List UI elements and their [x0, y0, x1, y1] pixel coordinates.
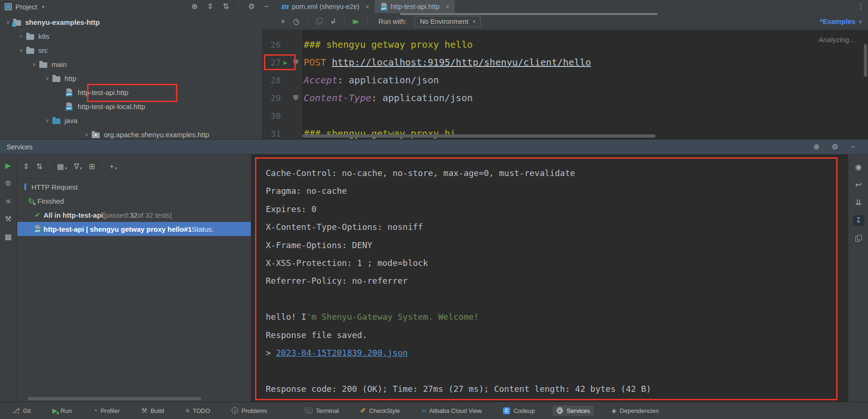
expand-all-icon[interactable]: ⇕ [23, 163, 29, 170]
gutter-cell: 28 [262, 71, 302, 89]
scroll-to-end-icon[interactable]: ⇊ [853, 198, 864, 208]
hide-panel-icon[interactable]: − [851, 143, 855, 151]
expand-all-icon[interactable]: ⇕ [207, 3, 213, 10]
soft-wrap-icon[interactable]: ↩ [853, 180, 864, 190]
wrench-icon[interactable]: ⚒ [5, 214, 11, 224]
settings-gear-icon[interactable]: ⚙ [832, 143, 838, 151]
add-icon[interactable]: +▾ [109, 163, 117, 170]
add-service-frame-icon[interactable]: ⊞ [89, 163, 95, 170]
statusbar-item-problems[interactable]: !Problems [228, 405, 271, 416]
statusbar-item-checkstyle[interactable]: ✐CheckStyle [357, 405, 403, 416]
tab-label: pom.xml (shenyu-e2e) [292, 3, 359, 10]
statusbar-item-codeup[interactable]: CCodeup [499, 405, 539, 416]
history-icon[interactable]: ◷ [293, 18, 299, 25]
locate-icon[interactable]: ⊕ [191, 3, 197, 10]
statusbar-item-services[interactable]: ▸Services [553, 405, 594, 416]
statusbar-item-todo[interactable]: ≡TODO [182, 405, 214, 416]
close-icon[interactable]: × [365, 3, 369, 10]
collapse-all-icon[interactable]: ⇅ [223, 3, 229, 10]
tree-item-k8s[interactable]: >k8s [0, 29, 262, 43]
hide-panel-icon[interactable]: − [264, 3, 269, 10]
statusbar-item-terminal[interactable]: ›_Terminal [301, 405, 343, 416]
services-tree: HTTP Request↻Finished✔All in http-test-a… [17, 180, 251, 395]
project-panel-title[interactable]: Project [15, 3, 37, 11]
run-icon[interactable]: ▶ [5, 161, 11, 170]
console-token: hello! I [266, 312, 306, 322]
tab-http-test-api-http[interactable]: APIhttp-test-api.http× [375, 0, 455, 13]
run-line-icon[interactable]: ▶ [281, 59, 290, 66]
code-line-28: 28Accept: application/json [262, 71, 868, 89]
debug-icon[interactable]: ⚉ [5, 179, 11, 188]
tab-pom-xml-shenyu-e2e[interactable]: mpom.xml (shenyu-e2e)× [275, 0, 375, 13]
status-bar: ⎇Git▶Run◔Profiler⚒Build≡TODO!Problems›_T… [0, 402, 868, 419]
stop-icon[interactable]: ■ [6, 197, 11, 206]
service-icon-slot: ↻ [25, 197, 37, 206]
response-file-link[interactable]: 2023-04-15T201839.200.json [276, 348, 408, 358]
tree-item-org-apache-shenyu-examples-http[interactable]: ∨org.apache.shenyu.examples.http [0, 127, 262, 139]
fold-marker-icon[interactable] [293, 95, 299, 101]
collapse-all-icon[interactable]: ⇅ [36, 163, 42, 170]
examples-dropdown[interactable]: *Examples ∨ [820, 17, 862, 25]
locate-icon[interactable]: ⊕ [813, 143, 819, 151]
editor-horizontal-scrollbar[interactable] [302, 134, 656, 138]
tree-item-http[interactable]: ∨http [0, 71, 262, 85]
import-icon[interactable]: ↲ [330, 18, 336, 25]
request-url[interactable]: http://localhost:9195/http/shenyu/client… [332, 57, 591, 68]
environment-select[interactable]: No Environment ▾ [415, 16, 481, 27]
chevron-right-icon[interactable]: > [16, 33, 26, 39]
group-by-icon[interactable]: ▦▾ [57, 163, 67, 170]
toolbar-divider [344, 17, 345, 26]
preview-eye-icon[interactable]: ◉ [853, 162, 864, 172]
chevron-down-icon[interactable]: ∨ [16, 47, 26, 53]
chevron-down-icon[interactable]: ∨ [29, 61, 39, 67]
service-node-all-in-http-test-api[interactable]: ✔All in http-test-api [passed: 32 of 32 … [17, 208, 251, 222]
statusbar-item-alibaba-cloud-view[interactable]: ◖◗Alibaba Cloud View [418, 405, 486, 416]
response-console[interactable]: Cache-Control: no-cache, no-store, max-a… [251, 154, 848, 402]
tree-item-main[interactable]: ∨main [0, 57, 262, 71]
statusbar-item-dependencies[interactable]: ◈Dependencies [608, 405, 663, 416]
services-tree-scrollbar[interactable] [28, 397, 201, 400]
tree-item-shenyu-examples-http[interactable]: ∨shenyu-examples-http [0, 15, 262, 29]
run-all-icon[interactable]: ▶▶ [353, 18, 359, 24]
project-window-icon [5, 3, 12, 10]
statusbar-item-profiler[interactable]: ◔Profiler [89, 405, 124, 416]
settings-gear-icon[interactable]: ⚙ [248, 3, 255, 10]
filter-icon[interactable]: ∇▾ [74, 163, 82, 170]
tree-item-java[interactable]: ∨java [0, 113, 262, 127]
chevron-down-icon[interactable]: ∨ [3, 19, 13, 25]
layout-grid-icon[interactable]: ▩ [5, 232, 12, 242]
chevron-down-icon[interactable]: ▾ [42, 4, 44, 9]
chevron-down-icon[interactable]: ∨ [42, 118, 52, 124]
tree-item-src[interactable]: ∨src [0, 43, 262, 57]
statusbar-item-run[interactable]: ▶Run [49, 405, 76, 416]
statusbar-item-label: Dependencies [620, 407, 659, 414]
service-node-http-test-api-shengyu-getway-proxy-hello-1[interactable]: APIhttp-test-api | shengyu getway proxy … [17, 222, 251, 236]
copy-icon[interactable] [853, 233, 864, 243]
chevron-down-icon[interactable]: ∨ [81, 132, 92, 138]
fold-marker-icon[interactable] [293, 59, 299, 65]
console-line: hello! I'm Shenyu-Gateway System. Welcom… [266, 308, 836, 326]
services-panel: Services ⊕⚙− ▶⚉■⚒▩ ⇕⇅▦▾∇▾⊞+▾ HTTP Reques… [0, 139, 868, 402]
copy-icon[interactable] [316, 18, 322, 25]
pin-to-bottom-icon[interactable]: ↧ [853, 215, 864, 226]
service-node-http-request[interactable]: HTTP Request [17, 180, 251, 194]
code-token: : application/json [337, 74, 439, 86]
code-text: Content-Type: application/json [302, 92, 473, 103]
add-request-icon[interactable]: + [281, 18, 285, 25]
chevron-down-icon[interactable]: ∨ [42, 75, 52, 81]
project-tree: ∨shenyu-examples-http>k8s∨src∨main∨httpA… [0, 13, 262, 139]
tree-item-http-test-api-local-http[interactable]: APIhttp-test-api-local.http [0, 99, 262, 113]
console-token: > [266, 348, 276, 358]
line-number: 28 [262, 75, 281, 85]
editor-vertical-scrollbar[interactable] [864, 44, 867, 77]
editor-body[interactable]: 26### shengyu getway proxy hello27▶POST … [262, 30, 868, 139]
statusbar-item-label: Build [151, 407, 164, 414]
service-node-finished[interactable]: ↻Finished [17, 194, 251, 208]
statusbar-item-build[interactable]: ⚒Build [138, 405, 168, 416]
more-options-icon[interactable]: ⋮ [857, 0, 864, 13]
services-left-toolbar: ▶⚉■⚒▩ [0, 154, 17, 402]
statusbar-item-git[interactable]: ⎇Git [8, 405, 35, 416]
git-icon: ⎇ [12, 407, 20, 414]
tree-item-http-test-api-http[interactable]: APIhttp-test-api.http [0, 85, 262, 99]
close-icon[interactable]: × [446, 3, 450, 10]
